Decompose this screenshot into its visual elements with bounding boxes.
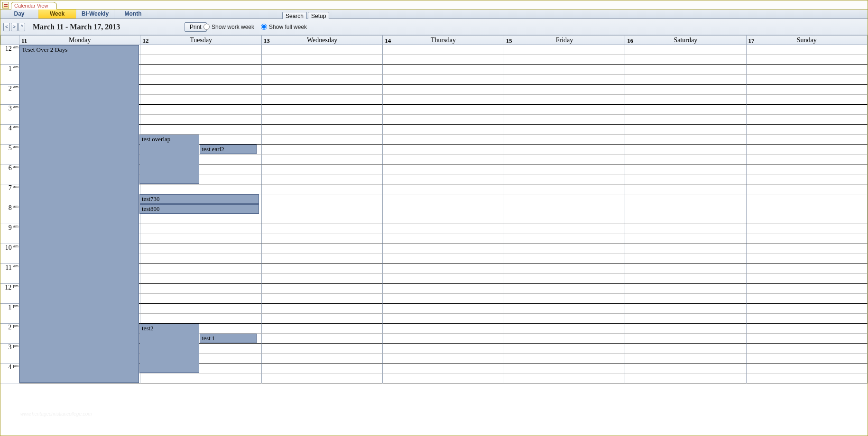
- calendar-event[interactable]: test overlap: [139, 135, 199, 184]
- time-slot[interactable]: [140, 45, 261, 55]
- time-slot[interactable]: [262, 334, 383, 344]
- day-header[interactable]: 13Wednesday: [262, 35, 383, 45]
- time-slot[interactable]: [625, 194, 746, 204]
- time-slot[interactable]: [383, 184, 504, 194]
- time-slot[interactable]: [625, 75, 746, 85]
- time-slot[interactable]: [504, 214, 625, 224]
- time-slot[interactable]: [625, 85, 746, 95]
- time-slot[interactable]: [383, 264, 504, 274]
- prev-button[interactable]: <: [3, 23, 10, 31]
- time-slot[interactable]: [383, 135, 504, 145]
- calendar-scroll[interactable]: 11Monday12Tuesday13Wednesday14Thursday15…: [0, 35, 868, 436]
- time-slot[interactable]: [262, 164, 383, 174]
- time-slot[interactable]: [140, 224, 261, 234]
- time-slot[interactable]: [625, 115, 746, 125]
- time-slot[interactable]: [504, 334, 625, 344]
- time-slot[interactable]: [140, 125, 261, 135]
- time-slot[interactable]: [140, 304, 261, 314]
- time-slot[interactable]: [625, 254, 746, 264]
- time-slot[interactable]: [625, 174, 746, 184]
- time-slot[interactable]: [625, 274, 746, 284]
- time-slot[interactable]: [262, 294, 383, 304]
- time-slot[interactable]: [262, 105, 383, 115]
- time-slot[interactable]: [383, 314, 504, 324]
- time-slot[interactable]: [262, 324, 383, 334]
- time-slot[interactable]: [625, 234, 746, 244]
- time-slot[interactable]: [747, 264, 868, 274]
- calendar-event[interactable]: test730: [139, 194, 259, 204]
- radio-work-week-input[interactable]: [203, 24, 210, 30]
- time-slot[interactable]: [140, 284, 261, 294]
- time-slot[interactable]: [140, 244, 261, 254]
- time-slot[interactable]: [140, 85, 261, 95]
- time-slot[interactable]: [262, 304, 383, 314]
- time-slot[interactable]: [625, 95, 746, 105]
- time-slot[interactable]: [262, 274, 383, 284]
- time-slot[interactable]: [262, 264, 383, 274]
- calendar-event[interactable]: test2: [139, 324, 199, 373]
- time-slot[interactable]: [383, 284, 504, 294]
- time-slot[interactable]: [140, 65, 261, 75]
- radio-full-week[interactable]: Show full week: [261, 24, 307, 30]
- time-slot[interactable]: [262, 254, 383, 264]
- time-slot[interactable]: [383, 294, 504, 304]
- time-slot[interactable]: [504, 324, 625, 334]
- time-slot[interactable]: [504, 224, 625, 234]
- time-slot[interactable]: [504, 194, 625, 204]
- time-slot[interactable]: [747, 174, 868, 184]
- time-slot[interactable]: [383, 174, 504, 184]
- time-slot[interactable]: [383, 45, 504, 55]
- calendar-event[interactable]: test 1: [200, 334, 257, 343]
- time-slot[interactable]: [140, 373, 261, 383]
- time-slot[interactable]: [625, 264, 746, 274]
- time-slot[interactable]: [140, 274, 261, 284]
- time-slot[interactable]: [262, 224, 383, 234]
- time-slot[interactable]: [747, 135, 868, 145]
- time-slot[interactable]: [504, 184, 625, 194]
- time-slot[interactable]: [140, 294, 261, 304]
- time-slot[interactable]: [504, 314, 625, 324]
- time-slot[interactable]: [625, 294, 746, 304]
- time-slot[interactable]: [747, 234, 868, 244]
- day-header[interactable]: 17Sunday: [747, 35, 868, 45]
- time-slot[interactable]: [262, 284, 383, 294]
- time-slot[interactable]: [747, 363, 868, 373]
- time-slot[interactable]: [140, 314, 261, 324]
- time-slot[interactable]: [747, 244, 868, 254]
- time-slot[interactable]: [504, 95, 625, 105]
- time-slot[interactable]: [383, 145, 504, 154]
- time-slot[interactable]: [262, 174, 383, 184]
- time-slot[interactable]: [262, 314, 383, 324]
- time-slot[interactable]: [262, 55, 383, 65]
- time-slot[interactable]: [747, 85, 868, 95]
- tab-calendar-view[interactable]: Calendar View: [11, 2, 57, 9]
- time-slot[interactable]: [383, 334, 504, 344]
- radio-full-week-input[interactable]: [261, 24, 267, 30]
- time-slot[interactable]: [383, 274, 504, 284]
- time-slot[interactable]: [504, 55, 625, 65]
- time-slot[interactable]: [504, 85, 625, 95]
- view-tab-week[interactable]: Week: [38, 9, 76, 18]
- time-slot[interactable]: [383, 194, 504, 204]
- time-slot[interactable]: [262, 363, 383, 373]
- time-slot[interactable]: [383, 65, 504, 75]
- time-slot[interactable]: [262, 145, 383, 154]
- time-slot[interactable]: [747, 75, 868, 85]
- time-slot[interactable]: [383, 55, 504, 65]
- calendar-event[interactable]: test earl2: [200, 145, 257, 154]
- time-slot[interactable]: [383, 234, 504, 244]
- time-slot[interactable]: [383, 324, 504, 334]
- time-slot[interactable]: [747, 314, 868, 324]
- time-slot[interactable]: [747, 65, 868, 75]
- time-slot[interactable]: [383, 373, 504, 383]
- time-slot[interactable]: [262, 154, 383, 164]
- time-slot[interactable]: [504, 125, 625, 135]
- time-slot[interactable]: [625, 45, 746, 55]
- time-slot[interactable]: [747, 164, 868, 174]
- time-slot[interactable]: [140, 115, 261, 125]
- time-slot[interactable]: [262, 204, 383, 214]
- time-slot[interactable]: [747, 334, 868, 344]
- time-slot[interactable]: [262, 194, 383, 204]
- time-slot[interactable]: [504, 145, 625, 154]
- time-slot[interactable]: [383, 164, 504, 174]
